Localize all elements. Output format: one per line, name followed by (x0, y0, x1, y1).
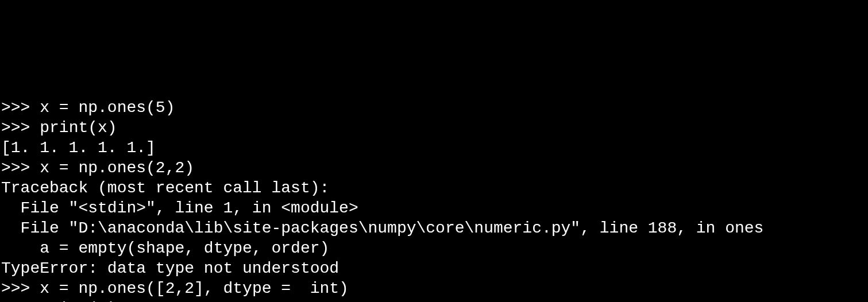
terminal-line: >>> print(x) (1, 118, 868, 138)
terminal-line: File "<stdin>", line 1, in <module> (1, 198, 868, 218)
terminal-line: TypeError: data type not understood (1, 258, 868, 278)
input-code: x = np.ones([2,2], dtype = int) (40, 280, 349, 297)
terminal-line: >>> x = np.ones(2,2) (1, 158, 868, 178)
output-text: [1. 1. 1. 1. 1.] (1, 139, 156, 157)
input-code: x = np.ones(5) (40, 99, 175, 117)
terminal-line: >>> print(x) (1, 299, 868, 302)
terminal-line: [1. 1. 1. 1. 1.] (1, 138, 868, 158)
error-message: TypeError: data type not understood (1, 260, 339, 277)
prompt: >>> (1, 300, 40, 302)
input-code: x = np.ones(2,2) (40, 159, 194, 177)
input-code: print(x) (40, 300, 117, 302)
prompt: >>> (1, 280, 40, 297)
terminal-line: File "D:\anaconda\lib\site-packages\nump… (1, 218, 868, 238)
terminal-line: >>> x = np.ones([2,2], dtype = int) (1, 278, 868, 299)
terminal-line: >>> x = np.ones(5) (1, 98, 868, 118)
traceback-file: File "D:\anaconda\lib\site-packages\nump… (1, 219, 763, 237)
prompt: >>> (1, 99, 40, 117)
traceback-code: a = empty(shape, dtype, order) (1, 239, 329, 257)
terminal-line: Traceback (most recent call last): (1, 178, 868, 198)
traceback-header: Traceback (most recent call last): (1, 179, 329, 197)
traceback-file: File "<stdin>", line 1, in <module> (1, 199, 358, 217)
terminal-output[interactable]: >>> x = np.ones(5)>>> print(x)[1. 1. 1. … (0, 80, 868, 302)
terminal-line: a = empty(shape, dtype, order) (1, 238, 868, 258)
prompt: >>> (1, 119, 40, 137)
prompt: >>> (1, 159, 40, 177)
input-code: print(x) (40, 119, 117, 137)
